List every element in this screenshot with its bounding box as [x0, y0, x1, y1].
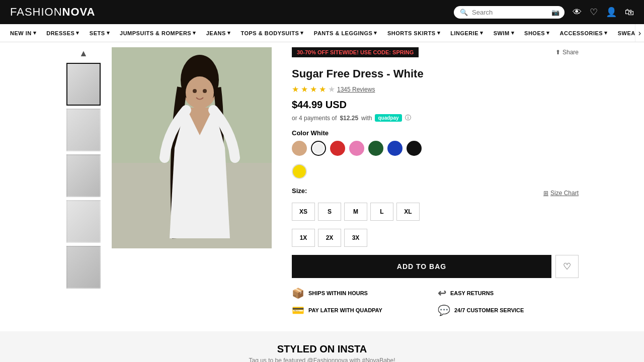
- insta-title: STYLED ON INSTA: [0, 343, 644, 355]
- swatch-pink[interactable]: [349, 141, 364, 156]
- nav-item-shorts-skirts[interactable]: SHORTS SKIRTS ▾: [382, 24, 445, 42]
- nav-item-lingerie[interactable]: LINGERIE ▾: [445, 24, 488, 42]
- nav-item-tops[interactable]: TOPS & BODYSUITS ▾: [235, 24, 308, 42]
- quadpay-line: or 4 payments of $12.25 with quadpay ⓘ: [292, 114, 579, 122]
- size-3x[interactable]: 3X: [344, 229, 367, 247]
- share-label: Share: [562, 49, 579, 56]
- insta-section: STYLED ON INSTA Tag us to be featured @F…: [0, 331, 644, 362]
- swatch-white[interactable]: [311, 141, 326, 156]
- size-xl[interactable]: XL: [396, 203, 420, 221]
- logo[interactable]: FASHIONNOVA: [10, 6, 96, 19]
- wishlist-icon[interactable]: ♡: [590, 7, 598, 18]
- header-icons: 👁 ♡ 👤 🛍: [573, 7, 634, 18]
- camera-icon[interactable]: 📷: [551, 9, 559, 16]
- svg-point-6: [193, 89, 197, 93]
- swatch-yellow[interactable]: [292, 164, 307, 179]
- nav-item-new-in[interactable]: NEW IN ▾: [5, 24, 41, 42]
- thumbnail-5[interactable]: [66, 246, 101, 289]
- thumbnail-4[interactable]: [66, 200, 101, 243]
- thumbnail-2[interactable]: [66, 109, 101, 151]
- eye-icon[interactable]: 👁: [573, 7, 582, 18]
- swatch-red[interactable]: [330, 141, 345, 156]
- search-input[interactable]: [472, 9, 547, 16]
- size-m[interactable]: M: [344, 203, 367, 221]
- wishlist-button[interactable]: ♡: [555, 255, 579, 278]
- size-l[interactable]: L: [370, 203, 393, 221]
- star-1: ★: [292, 84, 299, 94]
- svg-point-5: [186, 76, 214, 109]
- nav-item-pants[interactable]: PANTS & LEGGINGS ▾: [309, 24, 382, 42]
- thumbnail-up-button[interactable]: ▲: [78, 47, 89, 60]
- share-button[interactable]: ⬆ Share: [555, 49, 579, 56]
- size-s[interactable]: S: [318, 203, 341, 221]
- quadpay-info-icon[interactable]: ⓘ: [405, 114, 411, 122]
- size-1x[interactable]: 1X: [292, 229, 315, 247]
- customer-service-icon: 💬: [438, 304, 450, 316]
- user-icon[interactable]: 👤: [606, 7, 617, 18]
- ships-icon: 📦: [292, 287, 304, 299]
- size-2x[interactable]: 2X: [318, 229, 341, 247]
- add-to-bag-row: ADD TO BAG ♡: [292, 255, 579, 278]
- nav-item-accessories[interactable]: ACCESSORIES ▾: [555, 24, 613, 42]
- swatch-green[interactable]: [368, 141, 383, 156]
- swatch-nude[interactable]: [292, 141, 307, 156]
- size-xs[interactable]: XS: [292, 203, 315, 221]
- star-3: ★: [310, 84, 317, 94]
- wishlist-heart-icon: ♡: [563, 261, 571, 272]
- product-info: 30-70% OFF SITEWIDE! USE CODE: SPRING ⬆ …: [282, 47, 579, 316]
- product-area: ▲: [0, 42, 644, 321]
- thumbnail-1[interactable]: [66, 63, 101, 106]
- nav-item-jumpsuits[interactable]: JUMPSUITS & ROMPERS ▾: [115, 24, 201, 42]
- benefit-ships-text: SHIPS WITHIN HOURS: [308, 290, 368, 296]
- bag-icon[interactable]: 🛍: [625, 7, 634, 18]
- search-bar[interactable]: 🔍 📷: [454, 6, 565, 19]
- nav-item-shoes[interactable]: SHOES ▾: [519, 24, 555, 42]
- rating-row: ★ ★ ★ ★ ★ 1345 Reviews: [292, 84, 579, 94]
- benefit-returns: ↩ EASY RETURNS: [438, 287, 579, 299]
- size-chart-icon: ⊞: [543, 190, 548, 197]
- size-chart-label: Size Chart: [550, 190, 579, 197]
- reviews-link[interactable]: 1345 Reviews: [337, 86, 375, 93]
- nav-item-swim[interactable]: SWIM ▾: [489, 24, 519, 42]
- nav-scroll-right[interactable]: ›: [635, 24, 644, 42]
- benefit-quadpay-text: PAY LATER WITH QUADPAY: [308, 307, 382, 313]
- insta-subtitle: Tag us to be featured @Fashionnova with …: [0, 357, 644, 362]
- benefit-returns-text: EASY RETURNS: [450, 290, 494, 296]
- nav-item-sets[interactable]: SETS ▾: [85, 24, 115, 42]
- quadpay-icon: 💳: [292, 304, 304, 316]
- size-header: Size: ⊞ Size Chart: [292, 187, 579, 199]
- search-icon: 🔍: [460, 9, 468, 16]
- logo-text: FASHION: [10, 6, 62, 18]
- header: FASHIONNOVA 🔍 📷 👁 ♡ 👤 🛍: [0, 0, 644, 24]
- color-label: Color White: [292, 129, 579, 137]
- quadpay-amount: $12.25: [340, 115, 358, 122]
- nav-item-dresses[interactable]: DRESSES ▾: [41, 24, 85, 42]
- header-right: 🔍 📷 👁 ♡ 👤 🛍: [454, 6, 634, 19]
- quadpay-with: with: [361, 115, 372, 122]
- benefits-grid: 📦 SHIPS WITHIN HOURS ↩ EASY RETURNS 💳 PA…: [292, 287, 579, 316]
- product-title: Sugar Free Dress - White: [292, 67, 579, 80]
- benefit-quadpay: 💳 PAY LATER WITH QUADPAY: [292, 304, 433, 316]
- star-half: ★: [319, 84, 326, 94]
- add-to-bag-button[interactable]: ADD TO BAG: [292, 255, 551, 278]
- star-empty: ★: [328, 84, 335, 94]
- star-2: ★: [301, 84, 308, 94]
- swatch-black[interactable]: [407, 141, 422, 156]
- quadpay-text: or 4 payments of: [292, 115, 337, 122]
- svg-point-7: [203, 89, 207, 93]
- size-buttons-row2: 1X 2X 3X: [292, 229, 579, 247]
- promo-banner: 30-70% OFF SITEWIDE! USE CODE: SPRING: [292, 47, 419, 57]
- thumbnail-3[interactable]: [66, 154, 101, 197]
- logo-bold: NOVA: [62, 6, 96, 18]
- size-buttons: XS S M L XL: [292, 203, 579, 221]
- nav-item-jeans[interactable]: JEANS ▾: [201, 24, 236, 42]
- benefit-customer-service: 💬 24/7 CUSTOMER SERVICE: [438, 304, 579, 316]
- color-selected: White: [311, 129, 329, 137]
- quadpay-badge[interactable]: quadpay: [375, 114, 401, 122]
- benefit-ships: 📦 SHIPS WITHIN HOURS: [292, 287, 433, 299]
- share-icon: ⬆: [555, 49, 560, 56]
- size-label: Size:: [292, 187, 307, 195]
- size-chart-link[interactable]: ⊞ Size Chart: [543, 190, 579, 197]
- product-price: $44.99 USD: [292, 99, 579, 111]
- swatch-blue[interactable]: [387, 141, 403, 156]
